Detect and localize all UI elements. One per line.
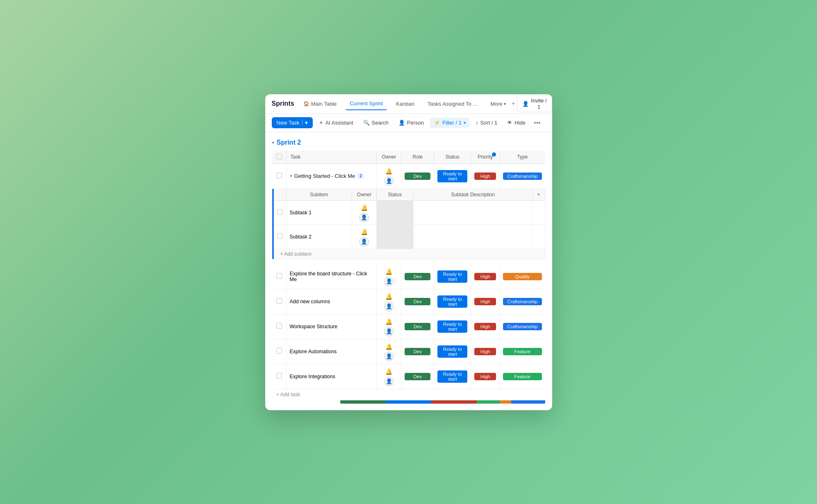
subtask-2-status-cell[interactable] bbox=[376, 225, 413, 249]
tab-main-table[interactable]: 🏠 Main Table bbox=[299, 97, 341, 110]
subtask-1-checkbox-cell bbox=[274, 200, 287, 225]
add-task-cell[interactable]: + Add task bbox=[272, 389, 545, 400]
add-subitem-button[interactable]: + Add subitem bbox=[277, 250, 315, 259]
notification-icon[interactable]: 🔔 bbox=[384, 166, 394, 176]
home-icon: 🏠 bbox=[303, 101, 310, 107]
main-task-name[interactable]: Getting Started - Click Me bbox=[294, 173, 355, 179]
main-task-priority-cell[interactable]: High bbox=[471, 163, 500, 188]
subtask-1-avatar[interactable]: 👤 bbox=[359, 213, 369, 222]
task-2-avatar[interactable]: 👤 bbox=[384, 302, 394, 311]
person-button[interactable]: 👤 Person bbox=[395, 118, 428, 128]
new-task-button[interactable]: New Task ▾ bbox=[272, 117, 313, 128]
main-task-status-cell[interactable]: Ready to start bbox=[434, 163, 471, 188]
checkbox-header bbox=[272, 150, 286, 163]
add-subitem-cell[interactable]: + Add subitem bbox=[274, 249, 545, 259]
sort-icon: ↕ bbox=[476, 120, 478, 126]
subitem-section-row: Subitem Owner Status Subtask Description… bbox=[272, 188, 545, 259]
subtask-2-name-cell[interactable]: Subtask 2 bbox=[286, 225, 352, 249]
task-3-type: Craftsmanship bbox=[503, 323, 542, 330]
task-row-5: Explore Integrations 🔔 👤 Dev Ready to st… bbox=[272, 364, 545, 389]
task-3-avatar[interactable]: 👤 bbox=[384, 327, 394, 336]
sprint-title: Sprint 2 bbox=[277, 139, 301, 146]
task-2-checkbox[interactable] bbox=[276, 298, 282, 304]
sprint-header: ▾ Sprint 2 bbox=[272, 139, 546, 146]
main-task-type-cell[interactable]: Craftsmanship bbox=[500, 163, 545, 188]
subitem-status-header: Status bbox=[376, 189, 413, 201]
nav-right-area: 👤 Invite / 1 ••• ▾ bbox=[517, 95, 552, 112]
tab-kanban[interactable]: Kanban bbox=[392, 97, 419, 110]
type-column-header: Type bbox=[500, 150, 545, 163]
toolbar: New Task ▾ ✦ AI Assistant 🔍 Search 👤 Per… bbox=[265, 114, 552, 132]
subtask-2-avatar[interactable]: 👤 bbox=[359, 237, 369, 247]
subtask-1-desc-cell[interactable] bbox=[413, 200, 533, 225]
ai-assistant-button[interactable]: ✦ AI Assistant bbox=[315, 118, 357, 128]
new-task-dropdown-arrow[interactable]: ▾ bbox=[302, 120, 308, 126]
tab-tasks-assigned[interactable]: Tasks Assigned To ... bbox=[423, 97, 481, 110]
subtask-1-name-cell[interactable]: Subtask 1 bbox=[286, 200, 352, 225]
task-1-type: Quality bbox=[503, 273, 542, 280]
select-all-checkbox[interactable] bbox=[276, 154, 282, 159]
priority-column-header: Priority bbox=[471, 150, 500, 163]
subitem-add-col-header[interactable]: + bbox=[533, 189, 545, 201]
task-1-name: Explore the board structure - Click Me bbox=[290, 271, 367, 282]
task-4-notif: 🔔 bbox=[384, 342, 394, 352]
main-task-row: ▾ Getting Started - Click Me 2 🔔 👤 Dev R… bbox=[272, 163, 545, 188]
main-task-avatar[interactable]: 👤 bbox=[384, 176, 394, 186]
subtask-2-desc-cell[interactable] bbox=[413, 225, 533, 249]
tab-current-sprint[interactable]: Current Sprint bbox=[346, 97, 387, 110]
task-2-notif: 🔔 bbox=[384, 292, 394, 302]
invite-button[interactable]: 👤 Invite / 1 bbox=[517, 95, 552, 112]
task-3-notif: 🔔 bbox=[384, 317, 394, 327]
person-icon: 👤 bbox=[522, 101, 529, 107]
main-task-checkbox-cell bbox=[272, 163, 286, 188]
task-4-avatar[interactable]: 👤 bbox=[384, 352, 394, 361]
subtask-1-extra-cell bbox=[533, 200, 545, 225]
main-task-checkbox[interactable] bbox=[276, 173, 282, 178]
sprint-collapse-chevron[interactable]: ▾ bbox=[272, 140, 274, 145]
task-4-checkbox[interactable] bbox=[276, 348, 282, 354]
owner-column-header: Owner bbox=[377, 150, 401, 163]
task-4-role: Dev bbox=[405, 348, 430, 355]
toolbar-more-button[interactable]: ••• bbox=[532, 117, 543, 129]
subitem-name-header: Subitem bbox=[286, 189, 352, 201]
subtask-1-status-cell[interactable] bbox=[376, 200, 413, 225]
add-tab-button[interactable]: + bbox=[512, 98, 515, 109]
color-bar-quality bbox=[500, 400, 511, 404]
role-column-header: Role bbox=[401, 150, 434, 163]
add-task-button[interactable]: + Add task bbox=[276, 392, 300, 397]
task-3-checkbox[interactable] bbox=[276, 323, 282, 329]
subtask-2-checkbox[interactable] bbox=[277, 233, 283, 239]
filter-button[interactable]: ⚡ Filter / 1 ▾ bbox=[430, 118, 469, 128]
task-5-avatar[interactable]: 👤 bbox=[384, 377, 394, 386]
task-expand-button[interactable]: ▾ bbox=[290, 173, 292, 179]
search-button[interactable]: 🔍 Search bbox=[360, 118, 392, 128]
subtask-row-2: Subtask 2 🔔 👤 bbox=[274, 225, 545, 249]
task-3-role: Dev bbox=[405, 323, 430, 330]
tab-more[interactable]: More ▾ bbox=[486, 97, 510, 110]
color-bar-feature1 bbox=[477, 400, 500, 404]
task-1-avatar[interactable]: 👤 bbox=[384, 277, 394, 286]
search-icon: 🔍 bbox=[363, 120, 370, 126]
table-header-row: Task Owner Role Status Priority Type bbox=[272, 150, 545, 163]
task-5-role: Dev bbox=[405, 373, 430, 380]
hide-button[interactable]: 👁 Hide bbox=[503, 118, 529, 128]
main-task-role-cell[interactable]: Dev bbox=[401, 163, 434, 188]
sort-button[interactable]: ↕ Sort / 1 bbox=[472, 118, 501, 128]
task-4-status: Ready to start bbox=[437, 345, 467, 358]
task-2-status: Ready to start bbox=[437, 295, 467, 308]
add-task-row[interactable]: + Add task bbox=[272, 389, 545, 400]
task-5-name: Explore Integrations bbox=[290, 374, 335, 379]
task-row-2: Add new columns 🔔 👤 Dev Ready to start H… bbox=[272, 289, 545, 314]
person-filter-icon: 👤 bbox=[398, 120, 405, 126]
task-2-type: Craftsmanship bbox=[503, 298, 542, 305]
task-3-priority: High bbox=[474, 323, 496, 330]
subitem-table: Subitem Owner Status Subtask Description… bbox=[274, 189, 545, 259]
task-1-checkbox[interactable] bbox=[276, 273, 282, 279]
subtask-1-notif-icon: 🔔 bbox=[359, 203, 369, 213]
subtask-1-checkbox[interactable] bbox=[277, 209, 283, 215]
subitem-checkbox-header bbox=[274, 189, 287, 201]
task-5-checkbox[interactable] bbox=[276, 373, 282, 379]
color-bar-dev bbox=[340, 400, 386, 404]
ai-icon: ✦ bbox=[319, 120, 323, 126]
task-2-name: Add new columns bbox=[290, 299, 330, 304]
